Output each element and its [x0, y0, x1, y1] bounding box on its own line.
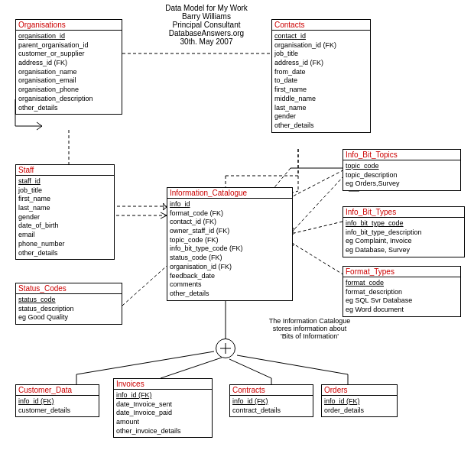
field: contact_id	[274, 32, 368, 41]
contacts-fields: contact_id organisation_id (FK) job_titl…	[272, 31, 370, 132]
cross-icon	[217, 340, 234, 357]
contacts-title: Contacts	[272, 20, 370, 31]
field: eg Good Quality	[18, 313, 119, 322]
field: staff_id	[18, 177, 112, 186]
field: organisation_id (FK)	[170, 263, 290, 272]
field: to_date	[274, 76, 368, 86]
field: info_id (FK)	[324, 397, 394, 406]
info-bit-types-title: Info_Bit_Types	[343, 207, 464, 218]
field: eg Complaint, Invoice	[346, 237, 462, 246]
field: eg Word document	[346, 306, 458, 315]
organisations-entity: Organisations organisation_id parent_org…	[15, 19, 122, 115]
field: eg Orders,Survey	[346, 180, 458, 189]
field: organisation_email	[18, 76, 119, 86]
field: from_date	[274, 68, 368, 77]
invoices-fields: info_id (FK) date_Invoice_sent date_Invo…	[114, 390, 212, 437]
field: phone_number	[18, 240, 112, 249]
diagram-container: Data Model for My Work Barry Williams Pr…	[0, 0, 474, 476]
svg-line-44	[37, 122, 42, 126]
contracts-fields: info_id (FK) contract_details	[230, 396, 313, 416]
field: email	[18, 231, 112, 240]
field: organisation_id (FK)	[274, 41, 368, 50]
field: organisation_id	[18, 32, 119, 41]
field: gender	[274, 112, 368, 121]
svg-line-37	[229, 359, 271, 378]
field: format_code (FK)	[170, 209, 290, 219]
field: feedback_date	[170, 272, 290, 281]
customer-data-title: Customer_Data	[16, 385, 99, 396]
information-catalogue-entity: Information_Catalogue info_id format_cod…	[167, 187, 293, 301]
field: info_id	[170, 200, 290, 209]
catalogue-note: The Information Cataloguestores informat…	[252, 317, 367, 340]
field: format_description	[346, 288, 458, 297]
field: organisation_name	[18, 68, 119, 77]
info-bit-topics-entity: Info_Bit_Topics topic_code topic_descrip…	[343, 149, 461, 191]
organisations-fields: organisation_id parent_organisation_id c…	[16, 31, 122, 114]
contracts-title: Contracts	[230, 385, 313, 396]
orders-fields: info_id (FK) order_details	[322, 396, 397, 416]
svg-line-39	[237, 355, 348, 374]
field: status_code (FK)	[170, 254, 290, 263]
information-catalogue-fields: info_id format_code (FK) contact_id (FK)…	[167, 199, 292, 300]
customer-data-fields: info_id (FK) customer_details	[16, 396, 99, 416]
field: gender	[18, 213, 112, 222]
field: other_details	[274, 121, 368, 131]
field: status_code	[18, 296, 119, 305]
info-bit-types-entity: Info_Bit_Types info_bit_type_code info_b…	[343, 206, 465, 257]
field: eg SQL Svr Database	[346, 296, 458, 306]
info-bit-topics-fields: topic_code topic_description eg Orders,S…	[343, 160, 460, 190]
svg-line-35	[161, 358, 222, 378]
field: organisation_description	[18, 95, 119, 104]
field: contract_details	[232, 406, 310, 416]
field: parent_organisation_id	[18, 41, 119, 50]
staff-entity: Staff staff_id job_title first_name last…	[15, 164, 115, 260]
field: eg Database, Survey	[346, 246, 462, 255]
field: info_bit_type_code (FK)	[170, 244, 290, 254]
field: info_id (FK)	[116, 391, 209, 400]
header-title: Data Model for My Work Barry Williams Pr…	[141, 4, 271, 46]
svg-line-12	[294, 176, 344, 229]
format-types-entity: Format_Types format_code format_descript…	[343, 266, 461, 317]
field: format_code	[346, 279, 458, 288]
field: middle_name	[274, 95, 368, 104]
svg-line-8	[161, 215, 167, 219]
field: topic_code (FK)	[170, 236, 290, 245]
svg-line-7	[161, 212, 167, 215]
format-types-title: Format_Types	[343, 267, 460, 277]
field: last_name	[18, 204, 112, 213]
generalization-symbol	[216, 338, 235, 358]
field: info_bit_type_code	[346, 219, 462, 228]
field: info_bit_type_description	[346, 228, 462, 238]
status-codes-entity: Status_Codes status_code status_descript…	[15, 283, 122, 325]
field: job_title	[274, 50, 368, 59]
field: first_name	[18, 195, 112, 204]
status-codes-fields: status_code status_description eg Good Q…	[16, 294, 122, 324]
status-codes-title: Status_Codes	[16, 283, 122, 294]
field: other_details	[18, 249, 112, 258]
field: date_Invoice_paid	[116, 409, 209, 418]
field: topic_description	[346, 171, 458, 180]
field: order_details	[324, 406, 394, 416]
contracts-entity: Contracts info_id (FK) contract_details	[229, 384, 313, 417]
field: info_id (FK)	[18, 397, 96, 406]
field: contact_id (FK)	[170, 218, 290, 227]
field: date_Invoice_sent	[116, 400, 209, 410]
svg-line-33	[76, 351, 214, 374]
staff-fields: staff_id job_title first_name last_name …	[16, 176, 114, 259]
field: status_description	[18, 305, 119, 314]
svg-line-45	[37, 126, 42, 130]
information-catalogue-title: Information_Catalogue	[167, 188, 292, 199]
field: job_title	[18, 186, 112, 196]
field: amount	[116, 418, 209, 427]
orders-title: Orders	[322, 385, 397, 396]
invoices-entity: Invoices info_id (FK) date_Invoice_sent …	[113, 378, 213, 438]
format-types-fields: format_code format_description eg SQL Sv…	[343, 277, 460, 316]
field: topic_code	[346, 162, 458, 171]
contacts-entity: Contacts contact_id organisation_id (FK)…	[271, 19, 371, 133]
field: first_name	[274, 86, 368, 95]
field: organisation_phone	[18, 86, 119, 95]
field: comments	[170, 280, 290, 290]
field: date_of_birth	[18, 222, 112, 231]
field: owner_staff_id (FK)	[170, 227, 290, 236]
field: other_details	[170, 290, 290, 299]
